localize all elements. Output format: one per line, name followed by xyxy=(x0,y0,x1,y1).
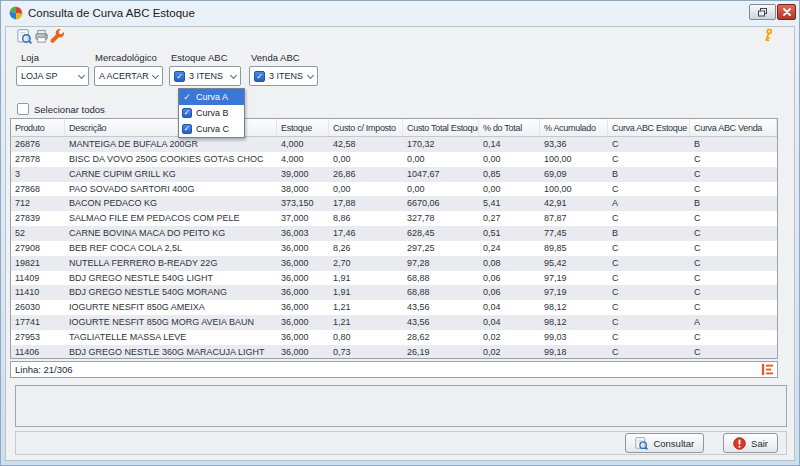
print-icon[interactable] xyxy=(34,29,49,44)
table-cell: 5,41 xyxy=(479,196,540,211)
table-cell: 36,003 xyxy=(277,226,329,241)
table-cell: C xyxy=(608,256,690,271)
table-cell: 4,000 xyxy=(277,137,329,152)
table-cell: 39,000 xyxy=(277,167,329,182)
table-cell: 26,86 xyxy=(329,167,403,182)
table-row[interactable]: 11409BDJ GREGO NESTLE 540G LIGHT36,0001,… xyxy=(11,271,777,286)
mercadologico-select[interactable]: A ACERTAR xyxy=(94,66,163,86)
table-cell: A xyxy=(608,196,690,211)
table-cell: 0,00 xyxy=(479,152,540,167)
column-header-6[interactable]: % Acumulado xyxy=(540,119,608,136)
list-filter-icon[interactable] xyxy=(761,363,774,376)
column-header-3[interactable]: Custo c/ Imposto xyxy=(329,119,403,136)
table-row[interactable]: 26030IOGURTE NESFIT 850G AMEIXA36,0001,2… xyxy=(11,300,777,315)
table-cell: 97,19 xyxy=(540,285,608,300)
column-header-5[interactable]: % do Total xyxy=(479,119,540,136)
table-cell: IOGURTE NESFIT 850G AMEIXA xyxy=(65,300,277,315)
estoque-abc-select[interactable]: ✓ 3 ITENS xyxy=(169,66,241,86)
loja-select[interactable]: LOJA SP xyxy=(16,66,89,86)
table-cell: 77,45 xyxy=(540,226,608,241)
products-table: ProdutoDescriçãoEstoqueCusto c/ ImpostoC… xyxy=(10,118,778,359)
table-row[interactable]: 11406BDJ GREGO NESTLE 360G MARACUJA LIGH… xyxy=(11,345,777,359)
app-pie-icon xyxy=(9,6,23,20)
table-row[interactable]: 27908BEB REF COCA COLA 2,5L36,0008,26297… xyxy=(11,241,777,256)
table-cell: B xyxy=(608,226,690,241)
table-cell: C xyxy=(690,271,777,286)
column-header-7[interactable]: Curva ABC Estoque xyxy=(608,119,690,136)
table-row[interactable]: 11410BDJ GREGO NESTLE 540G MORANG36,0001… xyxy=(11,285,777,300)
table-cell: 0,51 xyxy=(479,226,540,241)
table-cell: 628,45 xyxy=(403,226,479,241)
table-cell: 0,02 xyxy=(479,330,540,345)
table-cell: C xyxy=(690,182,777,197)
table-cell: 99,18 xyxy=(540,345,608,359)
table-cell: 0,27 xyxy=(479,211,540,226)
consultar-button[interactable]: Consultar xyxy=(625,433,704,453)
table-cell: B xyxy=(690,137,777,152)
table-cell: CARNE CUPIM GRILL KG xyxy=(65,167,277,182)
dropdown-item-curva-a[interactable]: ✓Curva A xyxy=(179,89,244,105)
table-cell: 36,000 xyxy=(277,256,329,271)
consult-search-icon[interactable] xyxy=(17,29,32,44)
column-header-2[interactable]: Estoque xyxy=(277,119,329,136)
table-cell: C xyxy=(608,241,690,256)
table-cell: 93,36 xyxy=(540,137,608,152)
table-row[interactable]: 3CARNE CUPIM GRILL KG39,00026,861047,670… xyxy=(11,167,777,182)
table-row[interactable]: 19821NUTELLA FERRERO B-READY 22G36,0002,… xyxy=(11,256,777,271)
table-cell: B xyxy=(690,196,777,211)
table-header: ProdutoDescriçãoEstoqueCusto c/ ImpostoC… xyxy=(11,119,777,137)
table-cell: 1,21 xyxy=(329,315,403,330)
titlebar[interactable]: Consulta de Curva ABC Estoque xyxy=(1,1,799,26)
table-cell: 8,26 xyxy=(329,241,403,256)
table-row[interactable]: 27878BISC DA VOVO 250G COOKIES GOTAS CHO… xyxy=(11,152,777,167)
table-cell: 89,85 xyxy=(540,241,608,256)
table-cell: 0,06 xyxy=(479,271,540,286)
chevron-down-icon xyxy=(230,71,237,78)
detail-panel xyxy=(15,385,787,427)
table-row[interactable]: 17741IOGURTE NESFIT 850G MORG AVEIA BAUN… xyxy=(11,315,777,330)
table-cell: 17,88 xyxy=(329,196,403,211)
table-row[interactable]: 712BACON PEDACO KG373,15017,886670,065,4… xyxy=(11,196,777,211)
table-cell: 373,150 xyxy=(277,196,329,211)
dropdown-item-curva-b[interactable]: ✓Curva B xyxy=(179,105,244,121)
column-header-4[interactable]: Custo Total Estoque xyxy=(403,119,479,136)
table-cell: BDJ GREGO NESTLE 540G MORANG xyxy=(65,285,277,300)
table-row[interactable]: 26876MANTEIGA DE BUFALA 200GR4,00042,581… xyxy=(11,137,777,152)
table-cell: 1,91 xyxy=(329,285,403,300)
column-header-0[interactable]: Produto xyxy=(11,119,65,136)
table-cell: 0,00 xyxy=(403,152,479,167)
restore-button[interactable] xyxy=(749,4,776,20)
table-cell: C xyxy=(690,285,777,300)
close-button[interactable] xyxy=(777,4,796,20)
column-header-1[interactable]: Descrição xyxy=(65,119,277,136)
column-header-8[interactable]: Curva ABC Venda xyxy=(690,119,777,136)
search-icon xyxy=(635,437,648,450)
table-cell: 100,00 xyxy=(540,182,608,197)
table-cell: 97,19 xyxy=(540,271,608,286)
wrench-icon[interactable] xyxy=(50,29,65,44)
table-cell: C xyxy=(608,211,690,226)
table-row[interactable]: 27868PAO SOVADO SARTORI 400G38,0000,000,… xyxy=(11,182,777,197)
table-cell: 42,58 xyxy=(329,137,403,152)
table-cell: 68,88 xyxy=(403,285,479,300)
table-row[interactable]: 27953TAGLIATELLE MASSA LEVE36,0000,8028,… xyxy=(11,330,777,345)
table-cell: 95,42 xyxy=(540,256,608,271)
table-cell: 17,46 xyxy=(329,226,403,241)
table-cell: 27839 xyxy=(11,211,65,226)
table-cell: 98,12 xyxy=(540,300,608,315)
checkbox-checked-icon: ✓ xyxy=(182,108,192,118)
venda-abc-select[interactable]: ✓ 3 ITENS xyxy=(249,66,318,86)
sair-button[interactable]: Sair xyxy=(723,433,778,453)
table-cell: C xyxy=(690,256,777,271)
dropdown-item-curva-c[interactable]: ✓Curva C xyxy=(179,121,244,137)
table-cell: 69,09 xyxy=(540,167,608,182)
table-cell: 36,000 xyxy=(277,300,329,315)
table-cell: 52 xyxy=(11,226,65,241)
table-row[interactable]: 52CARNE BOVINA MACA DO PEITO KG36,00317,… xyxy=(11,226,777,241)
line-counter: Linha: 21/306 xyxy=(15,364,73,375)
table-cell: 8,86 xyxy=(329,211,403,226)
table-row[interactable]: 27839SALMAO FILE EM PEDACOS COM PELE37,0… xyxy=(11,211,777,226)
select-all-checkbox[interactable] xyxy=(17,103,29,115)
table-cell: 0,06 xyxy=(479,285,540,300)
table-cell: B xyxy=(608,167,690,182)
